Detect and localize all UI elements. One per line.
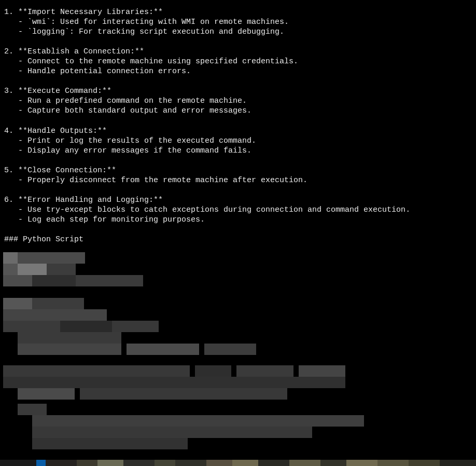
taskbar-peek	[0, 460, 476, 466]
blurred-code-block	[3, 248, 408, 455]
document-body: 1. **Import Necessary Libraries:** - `wm…	[0, 0, 476, 244]
